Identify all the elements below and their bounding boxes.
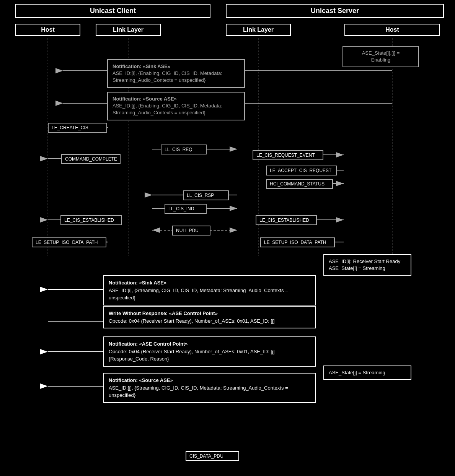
- le-cis-established-left-cmd: LE_CIS_ESTABLISHED: [60, 215, 122, 225]
- ase-id-receiver-ready-note: ASE_ID[i]: Receiver Start ReadyASE_State…: [323, 254, 411, 276]
- sink-ase-notification-2: Notification: «Sink ASE» ASE_ID:[i], {St…: [103, 275, 316, 305]
- le-create-cis-cmd: LE_CREATE_CIS: [48, 123, 107, 133]
- diagram-container: Unicast Client Unicast Server Host Link …: [0, 0, 455, 476]
- write-without-response-box: Write Without Response: «ASE Control Poi…: [103, 306, 316, 328]
- le-setup-iso-right-cmd: LE_SETUP_ISO_DATA_PATH: [260, 237, 335, 247]
- host-left-header: Host: [15, 24, 80, 36]
- ll-cis-ind-cmd: LL_CIS_IND: [165, 204, 207, 214]
- ll-cis-rsp-cmd: LL_CIS_RSP: [183, 190, 229, 200]
- source-ase-notification-1: Notification: «Source ASE» ASE_ID:[j], {…: [107, 92, 245, 120]
- le-accept-cis-request-cmd: LE_ACCEPT_CIS_REQUEST: [266, 166, 337, 175]
- null-pdu-cmd: NULL PDU: [172, 226, 210, 236]
- le-setup-iso-left-cmd: LE_SETUP_ISO_DATA_PATH: [32, 237, 106, 247]
- cis-data-pdu-cmd: CIS_DATA_PDU: [186, 451, 239, 461]
- sink-ase-notification-1: Notification: «Sink ASE» ASE_ID:[i], {En…: [107, 59, 245, 88]
- le-cis-request-event-cmd: LE_CIS_REQUEST_EVENT: [253, 150, 323, 160]
- unicast-server-header: Unicast Server: [226, 4, 444, 18]
- ase-state-j-streaming-note: ASE_State[j] = Streaming: [323, 366, 411, 380]
- ll-cis-req-cmd: LL_CIS_REQ: [161, 145, 207, 154]
- command-complete-cmd: COMMAND_COMPLETE: [61, 154, 121, 164]
- notif-ase-control-box: Notification: «ASE Control Point» Opcode…: [103, 336, 316, 367]
- link-layer-right-header: Link Layer: [226, 24, 291, 36]
- source-ase-notification-2: Notification: «Source ASE» ASE_ID:[j], {…: [103, 373, 316, 403]
- le-cis-established-right-cmd: LE_CIS_ESTABLISHED: [256, 215, 317, 225]
- host-right-header: Host: [344, 24, 440, 36]
- ase-state-enabling-note: ASE_State[i],[j] =Enabling: [342, 46, 419, 67]
- unicast-client-header: Unicast Client: [15, 4, 210, 18]
- link-layer-left-header: Link Layer: [96, 24, 161, 36]
- hci-command-status-cmd: HCI_COMMAND_STATUS: [266, 179, 333, 189]
